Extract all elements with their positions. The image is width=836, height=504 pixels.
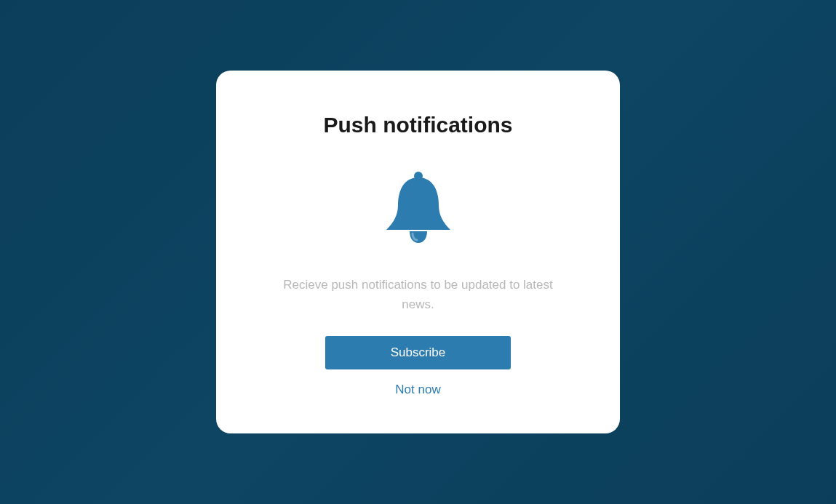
push-notifications-modal: Push notifications Recieve push notifica… [216, 71, 620, 433]
not-now-link[interactable]: Not now [395, 383, 440, 397]
modal-title: Push notifications [260, 113, 576, 137]
bell-icon-wrapper [260, 170, 576, 247]
subscribe-button[interactable]: Subscribe [325, 336, 511, 369]
modal-description: Recieve push notifications to be updated… [260, 276, 576, 314]
bell-icon [382, 170, 455, 247]
